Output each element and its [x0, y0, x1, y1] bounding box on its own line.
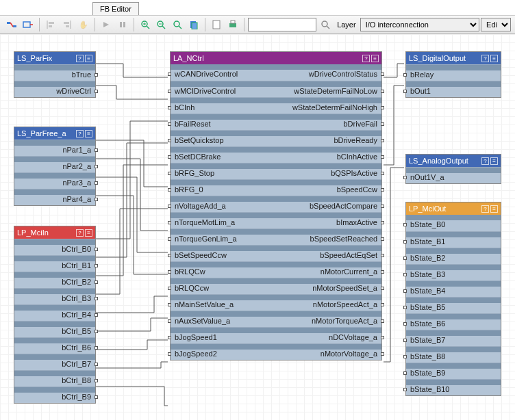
svg-rect-6: [49, 22, 54, 24]
port-row: nPar3_a: [14, 172, 95, 189]
port-row: nVoltageAdd_abSpeedActCompare: [171, 196, 381, 212]
menu-icon[interactable]: ≡: [490, 157, 498, 165]
block-header: LS_AnalogOutput ?≡: [406, 155, 501, 167]
port-row: bCtrl_B8: [14, 370, 95, 386]
tool-play-icon[interactable]: [99, 17, 114, 32]
port-row: bCInhwStateDetermFailNoHigh: [171, 97, 381, 114]
port-row: bCtrl_B7: [14, 354, 95, 370]
svg-rect-10: [66, 25, 69, 27]
port-row: bRelay: [406, 64, 501, 81]
svg-rect-25: [213, 21, 220, 29]
port-row: bState_B9: [406, 363, 501, 379]
port-row: bRLQCwnMotorCurrent_a: [171, 261, 381, 278]
tool-align-left-icon[interactable]: [43, 17, 58, 32]
port-row: bCtrl_B9: [14, 386, 95, 403]
svg-line-22: [179, 26, 181, 29]
tool-hand-icon[interactable]: ✋: [76, 17, 91, 32]
tool-copy-icon[interactable]: [186, 17, 201, 32]
help-icon[interactable]: ?: [481, 55, 489, 62]
tool-print-icon[interactable]: [225, 17, 240, 32]
port-row: bState_B7: [406, 330, 501, 346]
help-icon[interactable]: ?: [481, 157, 489, 165]
tool-pause-icon[interactable]: [115, 17, 130, 32]
block-header: LS_ParFix ?≡: [14, 52, 95, 64]
search-input[interactable]: [248, 18, 316, 31]
svg-rect-26: [229, 23, 236, 27]
svg-line-19: [162, 26, 165, 29]
svg-line-29: [327, 26, 329, 29]
editor-canvas[interactable]: LS_ParFix ?≡ bTrue wDriveCtrl LS_ParFree…: [0, 34, 515, 420]
block-header: LS_DigitalOutput ?≡: [406, 52, 501, 64]
help-icon[interactable]: ?: [76, 229, 84, 237]
svg-rect-1: [13, 25, 16, 27]
tool-zoom-in-icon[interactable]: [138, 17, 153, 32]
editor-select[interactable]: Editor: [481, 18, 511, 31]
port-row: bCtrl_B6: [14, 337, 95, 354]
block-ls-parfree[interactable]: LS_ParFree_a ?≡ nPar1_a nPar2_a nPar3_a …: [14, 127, 96, 206]
svg-point-28: [322, 21, 327, 27]
port-row: bCtrl_B1: [14, 255, 95, 272]
port-row: bCtrl_B3: [14, 288, 95, 304]
menu-icon[interactable]: ≡: [85, 130, 92, 137]
block-ls-analogoutput[interactable]: LS_AnalogOutput ?≡ nOut1V_a: [405, 154, 501, 184]
block-header: LS_ParFree_a ?≡: [14, 127, 95, 140]
svg-rect-13: [123, 22, 125, 27]
menu-icon[interactable]: ≡: [85, 55, 92, 62]
help-icon[interactable]: ?: [481, 205, 489, 213]
block-header: LP_MciOut ?≡: [406, 202, 501, 215]
block-lp-mciout[interactable]: LP_MciOut ?≡ bState_B0bState_B1bState_B2…: [405, 202, 501, 396]
port-row: bState_B8: [406, 346, 501, 363]
port-row: nOut1V_a: [406, 167, 501, 183]
help-icon[interactable]: ?: [362, 55, 370, 62]
tool-new-icon[interactable]: [209, 17, 224, 32]
block-header: LA_NCtrl ?≡: [171, 52, 381, 64]
svg-rect-24: [192, 23, 197, 29]
port-row: bCtrl_B2: [14, 272, 95, 288]
help-icon[interactable]: ?: [76, 55, 84, 62]
menu-icon[interactable]: ≡: [490, 55, 498, 62]
port-row: bSetSpeedCcwbSpeedActEqSet: [171, 245, 381, 261]
svg-line-15: [147, 26, 149, 29]
port-row: bState_B2: [406, 248, 501, 264]
port-row: bRLQCcwnMotorSpeedSet_a: [171, 278, 381, 294]
block-header: LP_MciIn ?≡: [14, 226, 95, 239]
layer-label: Layer: [337, 21, 356, 29]
port-row: nPar1_a: [14, 140, 95, 156]
tool-insert-icon[interactable]: [21, 17, 36, 32]
port-row: bSetQuickstopbDriveReady: [171, 130, 381, 146]
menu-icon[interactable]: ≡: [371, 55, 379, 62]
svg-line-2: [10, 23, 13, 27]
port-row: nPar2_a: [14, 156, 95, 172]
port-row: bRFG_StopbQSPIsActive: [171, 163, 381, 179]
tool-align-right-icon[interactable]: [60, 17, 75, 32]
port-row: bCtrl_B0: [14, 239, 95, 255]
tool-connect-icon[interactable]: [4, 17, 19, 32]
tab-fb-editor[interactable]: FB Editor: [92, 2, 139, 15]
layer-select[interactable]: I/O interconnection: [360, 18, 479, 31]
menu-icon[interactable]: ≡: [490, 205, 498, 213]
port-row: nAuxSetValue_anMotorTorqueAct_a: [171, 311, 381, 327]
svg-rect-9: [64, 22, 69, 24]
block-ls-parfix[interactable]: LS_ParFix ?≡ bTrue wDriveCtrl: [14, 51, 96, 98]
block-lp-mciin[interactable]: LP_MciIn ?≡ bCtrl_B0 bCtrl_B1 bCtrl_B2 b…: [14, 226, 96, 404]
port-row: bState_B6: [406, 313, 501, 330]
block-ls-digitaloutput[interactable]: LS_DigitalOutput ?≡ bRelay bOut1: [405, 51, 501, 98]
tool-zoom-fit-icon[interactable]: [170, 17, 185, 32]
port-row: wCANDriveControlwDriveControlStatus: [171, 64, 381, 81]
svg-marker-11: [103, 22, 109, 27]
svg-rect-7: [49, 25, 52, 27]
port-row: bState_B0: [406, 215, 501, 231]
port-row: nTorqueMotLim_abImaxActive: [171, 212, 381, 228]
port-row: bState_B1: [406, 231, 501, 248]
port-row: bRFG_0bSpeedCcw: [171, 179, 381, 196]
port-row: bOut1: [406, 81, 501, 97]
port-row: nMainSetValue_anMotorSpeedAct_a: [171, 294, 381, 311]
menu-icon[interactable]: ≡: [85, 229, 92, 237]
svg-point-21: [174, 21, 179, 27]
port-row: bState_B3: [406, 264, 501, 280]
port-row: nPar4_a: [14, 189, 95, 205]
tool-zoom-out-icon[interactable]: [154, 17, 169, 32]
block-la-nctrl[interactable]: LA_NCtrl ?≡ wCANDriveControlwDriveContro…: [170, 51, 382, 360]
help-icon[interactable]: ?: [76, 130, 84, 137]
search-icon[interactable]: [318, 17, 333, 32]
